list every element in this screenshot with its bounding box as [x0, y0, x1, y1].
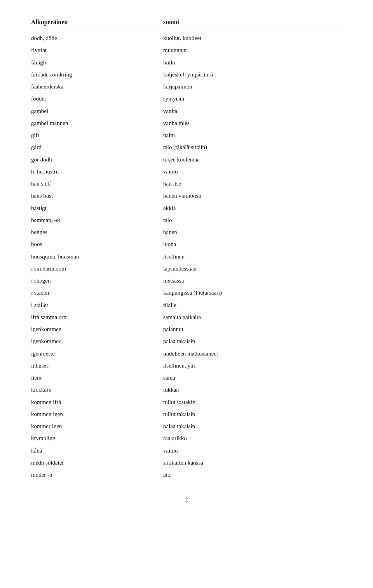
table-row: kommen igentullut takaisin: [31, 408, 342, 420]
cell-finnish: hänen: [163, 228, 342, 237]
table-row: igenkommenpalannut: [31, 323, 342, 335]
cell-finnish: tekee kuolemaa: [163, 155, 342, 164]
cell-finnish: talo: [163, 216, 342, 225]
table-row: föddersyntyisin: [31, 93, 342, 105]
table-row: ifrå samma orttsamalta paikalta: [31, 311, 342, 323]
table-row: giftnaitu: [31, 129, 342, 141]
table-row: kånavaimo: [31, 445, 342, 457]
cell-original: hastigt: [31, 204, 163, 213]
table-row: klockarelukkari: [31, 384, 342, 396]
cell-finnish: palaa takaisin: [163, 422, 342, 431]
cell-finnish: kuljeskeli ympäriinsä: [163, 70, 342, 79]
cell-original: fånigh: [31, 58, 163, 67]
cell-finnish: lapsuudessaan: [163, 264, 342, 273]
cell-original: i sin barndoom: [31, 264, 163, 273]
table-row: färdades omkringkuljeskeli ympäriinsä: [31, 69, 342, 81]
cell-original: kommer igen: [31, 422, 163, 431]
glossary-table: dödh, dödekuollut, kuolleetflyttiatmuutt…: [31, 32, 342, 481]
cell-finnish: sotilaitten kanssa: [163, 458, 342, 467]
cell-finnish: vanha: [163, 107, 342, 116]
cell-original: kommen ifrå: [31, 398, 163, 407]
cell-finnish: raajarikko: [163, 434, 342, 443]
cell-finnish: itsellinen, ym: [163, 361, 342, 370]
cell-original: h. hu hustru -,: [31, 167, 163, 176]
table-row: henneshänen: [31, 226, 342, 238]
cell-finnish: hullu: [163, 58, 342, 67]
cell-original: gambel: [31, 107, 163, 116]
cell-original: gård: [31, 143, 163, 152]
table-row: gårdtalo (täkäläisittäin): [31, 141, 342, 153]
table-row: gambel mannenvanha mies: [31, 117, 342, 129]
cell-original: ifrå samma ortt: [31, 313, 163, 322]
cell-original: kommen igen: [31, 410, 163, 419]
cell-finnish: sama: [163, 373, 342, 382]
cell-original: igenkommen: [31, 325, 163, 334]
cell-finnish: tullut jostakin: [163, 398, 342, 407]
cell-original: krympling: [31, 434, 163, 443]
table-row: huusquina, huusmanitsellinen: [31, 251, 342, 263]
cell-original: klockare: [31, 385, 163, 394]
cell-finnish: muuttanut: [163, 46, 342, 55]
cell-finnish: vanha mies: [163, 119, 342, 128]
cell-original: gift: [31, 131, 163, 140]
table-row: i ställettilalle: [31, 299, 342, 311]
cell-finnish: äiti: [163, 470, 342, 479]
cell-finnish: äkkiä: [163, 204, 342, 213]
cell-finnish: palaa takaisin: [163, 337, 342, 346]
table-row: moder -näiti: [31, 469, 342, 481]
table-row: hastigtäkkiä: [31, 202, 342, 214]
cell-finnish: vaimo: [163, 446, 342, 455]
cell-original: hennes: [31, 228, 163, 237]
cell-finnish: samalta paikalta: [163, 313, 342, 322]
cell-original: i stället: [31, 301, 163, 310]
cell-finnish: tullut takaisin: [163, 410, 342, 419]
cell-original: medh soldater: [31, 458, 163, 467]
page-container: Alkuperäinen suomi dödh, dödekuollut, ku…: [0, 0, 373, 534]
cell-finnish: talo (täkäläisittäin): [163, 143, 342, 152]
table-row: i skogenmetsässä: [31, 275, 342, 287]
column-header-original: Alkuperäinen: [31, 19, 163, 26]
cell-original: i skogen: [31, 276, 163, 285]
cell-original: igenkommer: [31, 337, 163, 346]
table-row: krymplingraajarikko: [31, 432, 342, 444]
cell-original: gambel mannen: [31, 119, 163, 128]
table-row: igenreesteuudelleen matkustaneet: [31, 348, 342, 360]
table-row: inhusesitsellinen, ym: [31, 360, 342, 372]
cell-finnish: tilalle: [163, 301, 342, 310]
table-row: han sielfhän itse: [31, 178, 342, 190]
table-row: hemman, -ettalo: [31, 214, 342, 226]
table-header: Alkuperäinen suomi: [31, 19, 342, 28]
table-row: hans husthänen vaimonsa: [31, 190, 342, 202]
cell-finnish: luona: [163, 240, 342, 249]
cell-finnish: hän itse: [163, 179, 342, 188]
cell-original: igenreeste: [31, 349, 163, 358]
cell-finnish: uudelleen matkustaneet: [163, 349, 342, 358]
cell-original: inhuses: [31, 361, 163, 370]
table-row: gambelvanha: [31, 105, 342, 117]
cell-original: item: [31, 373, 163, 382]
cell-finnish: kuollut, kuolleet: [163, 34, 342, 43]
table-row: dödh, dödekuollut, kuolleet: [31, 32, 342, 44]
table-row: fånighhullu: [31, 57, 342, 69]
cell-original: i staden: [31, 288, 163, 297]
cell-original: födder: [31, 94, 163, 103]
cell-original: moder -n: [31, 470, 163, 479]
table-row: itemsama: [31, 372, 342, 384]
table-row: h. hu hustru -,vaimo: [31, 166, 342, 178]
table-row: kommen ifråtullut jostakin: [31, 396, 342, 408]
cell-finnish: palannut: [163, 325, 342, 334]
cell-original: hoos: [31, 240, 163, 249]
cell-finnish: hänen vaimonsa: [163, 191, 342, 200]
cell-finnish: lukkari: [163, 385, 342, 394]
page-number: 2: [31, 496, 342, 503]
cell-original: fääheerderska: [31, 82, 163, 91]
table-row: i stadenkaupungissa (Pietarsaari): [31, 287, 342, 299]
cell-original: kåna: [31, 446, 163, 455]
table-row: flyttiatmuuttanut: [31, 44, 342, 56]
cell-original: flyttiat: [31, 46, 163, 55]
table-row: igenkommerpalaa takaisin: [31, 335, 342, 347]
table-row: fääheerderskakarjapaimen: [31, 81, 342, 93]
cell-original: han sielf: [31, 179, 163, 188]
cell-finnish: syntyisin: [163, 94, 342, 103]
cell-finnish: itsellinen: [163, 252, 342, 261]
